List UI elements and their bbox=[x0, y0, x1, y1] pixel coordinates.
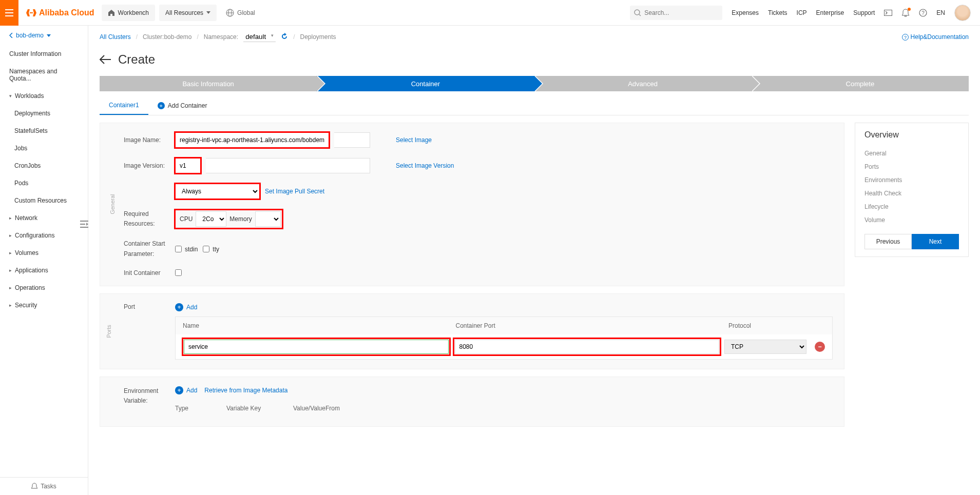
cpu-label: CPU bbox=[177, 215, 193, 223]
notifications-icon[interactable] bbox=[901, 9, 910, 17]
sidebar-item-workloads[interactable]: Workloads bbox=[0, 87, 88, 105]
container-start-parameter-label: Container Start Parameter: bbox=[124, 239, 175, 259]
image-version-label: Image Version: bbox=[124, 162, 175, 169]
image-version-input[interactable] bbox=[175, 158, 201, 173]
main-content: All Clusters / Cluster:bob-demo / Namesp… bbox=[88, 26, 980, 495]
overview-link-ports[interactable]: Ports bbox=[864, 160, 959, 173]
globe-icon bbox=[226, 9, 234, 17]
port-th-container-port: Container Port bbox=[456, 322, 729, 329]
port-name-input[interactable] bbox=[184, 340, 449, 354]
chevron-left-icon bbox=[9, 33, 13, 38]
overview-link-health-check[interactable]: Health Check bbox=[864, 187, 959, 200]
breadcrumb-cluster: Cluster:bob-demo bbox=[143, 33, 191, 41]
bell-icon bbox=[31, 483, 37, 490]
sidebar-item-cronjobs[interactable]: CronJobs bbox=[0, 157, 88, 174]
stdin-checkbox[interactable] bbox=[175, 246, 182, 252]
tab-add-container[interactable]: + Add Container bbox=[148, 96, 217, 115]
required-resources-label: Required Resources: bbox=[124, 209, 175, 229]
namespace-select[interactable]: default bbox=[243, 32, 276, 42]
section-general: General Image Name: Select Image bbox=[100, 123, 844, 286]
memory-select[interactable] bbox=[255, 211, 281, 227]
set-image-pull-secret-link[interactable]: Set Image Pull Secret bbox=[265, 188, 324, 195]
overview-link-general[interactable]: General bbox=[864, 147, 959, 160]
image-pull-policy-select[interactable]: Always bbox=[175, 184, 260, 199]
step-complete[interactable]: Complete bbox=[752, 76, 969, 91]
expenses-link[interactable]: Expenses bbox=[732, 9, 759, 16]
env-th-type: Type bbox=[175, 405, 226, 412]
search-box bbox=[630, 6, 722, 20]
sidebar-item-security[interactable]: Security bbox=[0, 296, 88, 314]
back-arrow-icon[interactable] bbox=[100, 55, 111, 64]
support-link[interactable]: Support bbox=[853, 9, 875, 16]
cpu-select[interactable]: 2Core bbox=[196, 211, 226, 227]
language-selector[interactable]: EN bbox=[936, 9, 945, 16]
add-port-link[interactable]: + Add bbox=[175, 303, 833, 311]
breadcrumb-namespace-label: Namespace: bbox=[204, 33, 238, 41]
plus-icon: + bbox=[158, 102, 165, 109]
overview-link-lifecycle[interactable]: Lifecycle bbox=[864, 200, 959, 213]
tickets-link[interactable]: Tickets bbox=[768, 9, 787, 16]
workbench-button[interactable]: Workbench bbox=[102, 5, 155, 21]
protocol-select[interactable]: TCP bbox=[724, 340, 806, 354]
select-image-version-link[interactable]: Select Image Version bbox=[396, 162, 454, 169]
sidebar-item-cluster-info[interactable]: Cluster Information bbox=[0, 45, 88, 63]
all-resources-dropdown[interactable]: All Resources bbox=[159, 5, 217, 21]
breadcrumb-separator: / bbox=[136, 33, 138, 41]
add-env-link[interactable]: + Add bbox=[175, 386, 197, 394]
container-port-input[interactable] bbox=[455, 340, 720, 354]
step-advanced[interactable]: Advanced bbox=[534, 76, 752, 91]
init-container-checkbox[interactable] bbox=[175, 269, 182, 276]
sidebar-item-volumes[interactable]: Volumes bbox=[0, 244, 88, 262]
breadcrumb-all-clusters[interactable]: All Clusters bbox=[100, 33, 131, 41]
step-container[interactable]: Container bbox=[317, 76, 534, 91]
sidebar-item-applications[interactable]: Applications bbox=[0, 262, 88, 279]
memory-label: Memory bbox=[229, 215, 252, 223]
region-selector[interactable]: Global bbox=[226, 9, 255, 17]
breadcrumb-separator: / bbox=[293, 33, 295, 41]
search-input[interactable] bbox=[630, 6, 722, 20]
tasks-button[interactable]: Tasks bbox=[0, 477, 88, 495]
sidebar-item-statefulsets[interactable]: StatefulSets bbox=[0, 122, 88, 140]
image-name-label: Image Name: bbox=[124, 136, 175, 144]
tty-checkbox-label[interactable]: tty bbox=[203, 246, 219, 253]
breadcrumb-deployments: Deployments bbox=[300, 33, 336, 41]
port-label: Port bbox=[124, 303, 175, 310]
brand-logo[interactable]: Alibaba Cloud bbox=[18, 8, 102, 17]
refresh-button[interactable] bbox=[281, 33, 288, 42]
sidebar-item-network[interactable]: Network bbox=[0, 209, 88, 227]
icp-link[interactable]: ICP bbox=[797, 9, 807, 16]
retrieve-metadata-link[interactable]: Retrieve from Image Metadata bbox=[204, 387, 287, 394]
sidebar-item-jobs[interactable]: Jobs bbox=[0, 140, 88, 157]
hamburger-menu[interactable] bbox=[0, 0, 18, 26]
cluster-selector[interactable]: bob-demo bbox=[0, 26, 88, 45]
sidebar-item-namespaces[interactable]: Namespaces and Quota... bbox=[0, 63, 88, 87]
overview-link-environments[interactable]: Environments bbox=[864, 173, 959, 187]
refresh-icon bbox=[281, 33, 288, 40]
delete-port-button[interactable]: − bbox=[815, 342, 825, 352]
section-label-general: General bbox=[109, 194, 116, 214]
overview-panel: Overview General Ports Environments Heal… bbox=[855, 123, 969, 257]
select-image-link[interactable]: Select Image bbox=[396, 136, 432, 144]
help-documentation-link[interactable]: ? Help&Documentation bbox=[902, 33, 969, 41]
cloud-shell-icon[interactable] bbox=[884, 9, 892, 17]
overview-link-volume[interactable]: Volume bbox=[864, 213, 959, 227]
image-name-input[interactable] bbox=[175, 132, 329, 148]
tab-container1[interactable]: Container1 bbox=[100, 96, 148, 115]
step-basic-information[interactable]: Basic Information bbox=[100, 76, 317, 91]
next-button[interactable]: Next bbox=[912, 234, 959, 249]
previous-button[interactable]: Previous bbox=[864, 234, 912, 249]
sidebar-item-configurations[interactable]: Configurations bbox=[0, 227, 88, 244]
user-avatar[interactable] bbox=[954, 5, 971, 21]
sidebar-collapse-toggle[interactable] bbox=[80, 221, 88, 229]
stdin-checkbox-label[interactable]: stdin bbox=[175, 246, 198, 253]
sidebar-item-operations[interactable]: Operations bbox=[0, 279, 88, 296]
enterprise-link[interactable]: Enterprise bbox=[816, 9, 844, 16]
tty-checkbox[interactable] bbox=[203, 246, 209, 252]
menu-icon bbox=[5, 9, 13, 16]
svg-rect-0 bbox=[5, 9, 13, 10]
help-icon[interactable]: ? bbox=[919, 9, 927, 17]
sidebar-item-custom-resources[interactable]: Custom Resources bbox=[0, 192, 88, 209]
step-bar: Basic Information Container Advanced Com… bbox=[100, 76, 969, 91]
sidebar-item-pods[interactable]: Pods bbox=[0, 174, 88, 192]
sidebar-item-deployments[interactable]: Deployments bbox=[0, 105, 88, 122]
